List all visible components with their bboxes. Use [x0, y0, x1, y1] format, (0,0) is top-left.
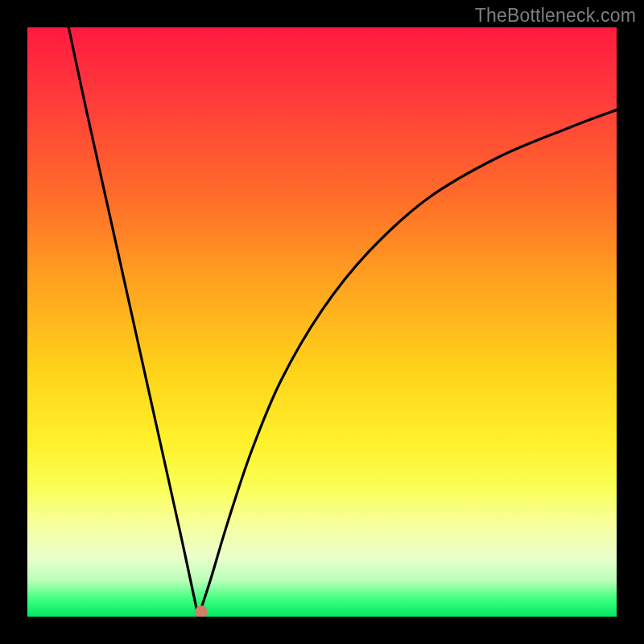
watermark-text: TheBottleneck.com	[475, 5, 636, 27]
chart-frame: TheBottleneck.com	[0, 0, 644, 644]
curve-svg	[27, 27, 617, 617]
plot-area	[27, 27, 617, 617]
bottleneck-curve	[68, 27, 617, 617]
